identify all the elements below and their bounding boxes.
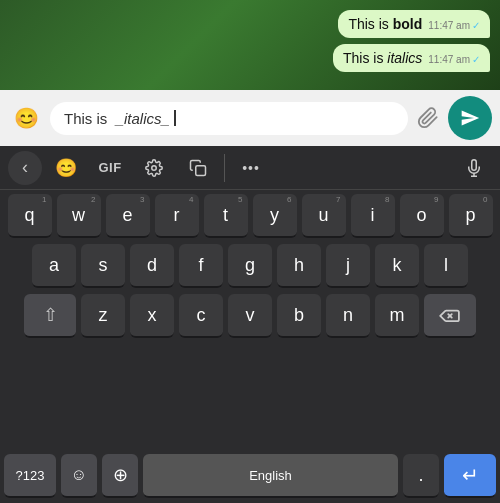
keyboard-back-button[interactable]: ‹ <box>8 151 42 185</box>
key-z[interactable]: z <box>81 294 125 338</box>
keyboard-gif-button[interactable]: GIF <box>90 150 130 186</box>
key-u[interactable]: 7u <box>302 194 346 238</box>
key-v[interactable]: v <box>228 294 272 338</box>
key-k[interactable]: k <box>375 244 419 288</box>
attachment-button[interactable] <box>414 104 442 132</box>
message-text-1: This is bold <box>348 16 422 32</box>
toolbar-divider <box>224 154 225 182</box>
key-emoji[interactable]: ☺ <box>61 454 97 498</box>
key-num-switch[interactable]: ?123 <box>4 454 56 498</box>
input-text: This is _italics_ <box>64 110 170 127</box>
message-bubble-2: This is italics 11:47 am ✓ <box>333 44 490 72</box>
key-n[interactable]: n <box>326 294 370 338</box>
keyboard-bottom-row: ?123 ☺ ⊕ English . ↵ <box>0 451 500 503</box>
keyboard-clipboard-button[interactable] <box>178 150 218 186</box>
key-e[interactable]: 3e <box>106 194 150 238</box>
key-p[interactable]: 0p <box>449 194 493 238</box>
key-f[interactable]: f <box>179 244 223 288</box>
key-enter[interactable]: ↵ <box>444 454 496 498</box>
message-text-2: This is italics <box>343 50 422 66</box>
key-j[interactable]: j <box>326 244 370 288</box>
keyboard-toolbar: ‹ 😊 GIF ••• <box>0 146 500 190</box>
keyboard-more-button[interactable]: ••• <box>231 150 271 186</box>
key-w[interactable]: 2w <box>57 194 101 238</box>
key-globe[interactable]: ⊕ <box>102 454 138 498</box>
text-cursor <box>174 110 176 126</box>
key-backspace[interactable] <box>424 294 476 338</box>
key-period[interactable]: . <box>403 454 439 498</box>
key-b[interactable]: b <box>277 294 321 338</box>
key-s[interactable]: s <box>81 244 125 288</box>
key-o[interactable]: 9o <box>400 194 444 238</box>
keyboard-settings-button[interactable] <box>134 150 174 186</box>
chat-area: This is bold 11:47 am ✓ This is italics … <box>0 0 500 90</box>
key-y[interactable]: 6y <box>253 194 297 238</box>
keyboard-emoji-button[interactable]: 😊 <box>46 150 86 186</box>
input-bar: 😊 This is _italics_ <box>0 90 500 146</box>
keyboard-mic-button[interactable] <box>456 150 492 186</box>
keyboard-row-2: a s d f g h j k l <box>2 244 498 288</box>
keyboard-row-1: 1q 2w 3e 4r 5t 6y 7u 8i 9o 0p <box>2 194 498 238</box>
key-t[interactable]: 5t <box>204 194 248 238</box>
key-i[interactable]: 8i <box>351 194 395 238</box>
key-d[interactable]: d <box>130 244 174 288</box>
key-m[interactable]: m <box>375 294 419 338</box>
message-bubble-1: This is bold 11:47 am ✓ <box>338 10 490 38</box>
key-language[interactable]: English <box>143 454 398 498</box>
read-receipt-1: ✓ <box>472 20 480 31</box>
keyboard-row-3: ⇧ z x c v b n m <box>2 294 498 338</box>
key-h[interactable]: h <box>277 244 321 288</box>
key-l[interactable]: l <box>424 244 468 288</box>
message-meta-1: 11:47 am ✓ <box>428 20 480 31</box>
message-meta-2: 11:47 am ✓ <box>428 54 480 65</box>
keyboard: 1q 2w 3e 4r 5t 6y 7u 8i 9o 0p a s d f g … <box>0 190 500 451</box>
key-c[interactable]: c <box>179 294 223 338</box>
key-r[interactable]: 4r <box>155 194 199 238</box>
key-g[interactable]: g <box>228 244 272 288</box>
key-a[interactable]: a <box>32 244 76 288</box>
svg-point-0 <box>152 165 157 170</box>
svg-rect-1 <box>196 165 206 175</box>
key-x[interactable]: x <box>130 294 174 338</box>
message-input[interactable]: This is _italics_ <box>50 102 408 135</box>
key-shift[interactable]: ⇧ <box>24 294 76 338</box>
send-button[interactable] <box>448 96 492 140</box>
read-receipt-2: ✓ <box>472 54 480 65</box>
emoji-button[interactable]: 😊 <box>8 100 44 136</box>
key-q[interactable]: 1q <box>8 194 52 238</box>
